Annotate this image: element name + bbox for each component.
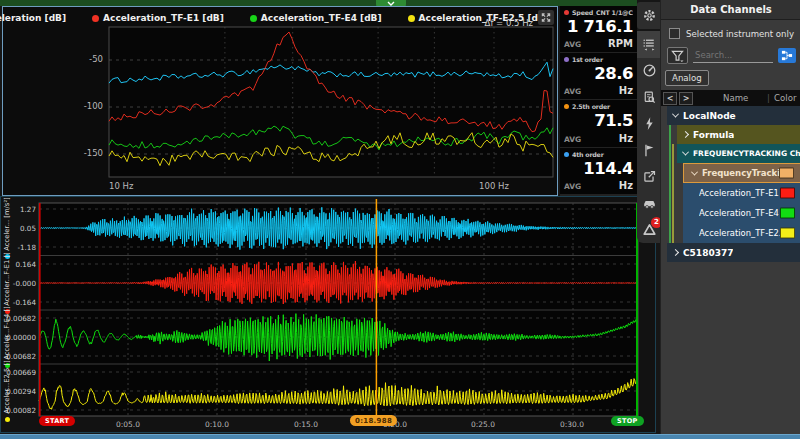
- chevron-down-icon[interactable]: [672, 111, 679, 118]
- channel-color-swatch[interactable]: [780, 188, 795, 199]
- flag-button[interactable]: [637, 137, 662, 164]
- y-tick: -100: [84, 101, 103, 111]
- toolbar-group: 2: [637, 31, 662, 243]
- filter-button[interactable]: [667, 47, 688, 64]
- tree-label: Acceleration_TF-E1: [699, 188, 779, 198]
- tile-speed[interactable]: Speed_CNT 1/1@C5180577 1 716.1 AVGRPM: [560, 6, 637, 52]
- nav-left-button[interactable]: <: [663, 92, 677, 105]
- tree-channel-tf-e2-5[interactable]: Acceleration_TF-E2.5: [683, 223, 800, 243]
- tree-label: Formula: [693, 130, 734, 140]
- legend-item[interactable]: Acceleration_TF-E4 [dB]: [250, 10, 382, 26]
- report-button[interactable]: [637, 84, 662, 111]
- flag-icon: [641, 142, 658, 159]
- gauge-button[interactable]: [637, 58, 662, 85]
- recorder-plot: 1.27 0.05 -1.18 0.164 -0.000 -0.164 0.00…: [1, 197, 655, 432]
- tile-order-1[interactable]: 1st order 28.6 AVGHz: [560, 53, 637, 99]
- gear-icon: [641, 7, 658, 24]
- lightning-icon: [641, 115, 658, 132]
- chevron-down-icon[interactable]: [682, 149, 689, 156]
- cursor-time-badge[interactable]: 0:18.988: [350, 415, 397, 426]
- expand-icon[interactable]: [538, 10, 554, 25]
- chevron-down-icon[interactable]: [691, 168, 698, 175]
- selected-instrument-checkbox[interactable]: [669, 28, 680, 39]
- tree-node-c5180377[interactable]: C5180377: [667, 243, 800, 262]
- report-search-icon: [641, 89, 658, 106]
- side-toolbar: 2: [637, 0, 662, 244]
- stop-badge: STOP: [611, 416, 644, 426]
- legend-label: Acceleration [dB]: [0, 13, 66, 23]
- channel-axis-label[interactable]: Acceler...E2.5 []: [2, 365, 12, 417]
- svg-text:1.27: 1.27: [20, 205, 36, 214]
- tile-order-4[interactable]: 4th order 114.4 AVGHz: [560, 148, 637, 194]
- legend-item[interactable]: Acceleration [dB]: [0, 10, 66, 26]
- bottom-window-edge: [0, 434, 800, 439]
- tree-label: Acceleration_TF-E4: [699, 208, 779, 218]
- channel-tree: LocalNode Formula FREQUENCYTRACKING Chan…: [661, 106, 800, 262]
- chevron-right-icon[interactable]: [682, 131, 689, 138]
- indent-guide: [672, 144, 674, 243]
- channel-name: Acceler...F-E4 []: [3, 306, 11, 359]
- tree-channel-tf-e1[interactable]: Acceleration_TF-E1: [683, 183, 800, 203]
- start-badge: START: [39, 416, 75, 426]
- tile-unit: Hz: [619, 180, 633, 191]
- tile-order-2-5[interactable]: 2.5th order 71.5 AVGHz: [560, 100, 637, 146]
- analog-filter-chip[interactable]: Analog: [665, 70, 709, 86]
- legend-color-dot: [250, 15, 257, 22]
- tile-value: 114.4: [583, 159, 633, 178]
- data-channels-panel: Data Channels Selected instrument only A…: [660, 0, 800, 434]
- tile-label: 1st order: [572, 56, 603, 63]
- tree-channel-tf-e4[interactable]: Acceleration_TF-E4: [683, 203, 800, 223]
- spectrum-panel[interactable]: Acceleration [dB] Acceleration_TF-E1 [dB…: [2, 6, 558, 196]
- column-header-color[interactable]: Color: [774, 93, 796, 103]
- nav-right-button[interactable]: >: [679, 92, 693, 105]
- search-input[interactable]: [693, 48, 773, 63]
- tree-label: Acceleration_TF-E2.5: [699, 228, 787, 238]
- channel-axis-label[interactable]: Acceler...F-E4 []: [2, 311, 12, 363]
- svg-text:0:30.0: 0:30.0: [560, 420, 584, 429]
- tree-node-localnode[interactable]: LocalNode: [667, 106, 800, 125]
- chevron-right-icon[interactable]: [672, 249, 679, 256]
- recorder-panel[interactable]: 1.27 0.05 -1.18 0.164 -0.000 -0.164 0.00…: [0, 196, 656, 433]
- legend-label: Acceleration_TF-E1 [dB]: [103, 13, 224, 23]
- channel-tree-button[interactable]: [778, 48, 796, 63]
- tree-label: LocalNode: [683, 111, 736, 121]
- settings-button[interactable]: [637, 2, 662, 29]
- tree-label: FREQUENCYTRACKING Channels: [693, 149, 800, 158]
- x-tick: 10 Hz: [109, 181, 134, 191]
- channel-list-button[interactable]: [637, 31, 662, 58]
- legend-item[interactable]: Acceleration_TF-E1 [dB]: [92, 10, 224, 26]
- app-window: Acceleration [dB] Acceleration_TF-E1 [dB…: [0, 0, 800, 439]
- tile-value: 71.5: [594, 111, 633, 130]
- channel-color-swatch[interactable]: [780, 228, 795, 239]
- channel-list-icon: [641, 36, 658, 53]
- channel-axis-label[interactable]: Acceler... [m/s²]: [2, 202, 12, 254]
- tile-stat: AVG: [564, 40, 581, 49]
- tree-node-frequencytracking[interactable]: FrequencyTracking: [683, 163, 800, 183]
- car-icon: [641, 195, 658, 212]
- column-header-name[interactable]: Name: [723, 93, 748, 103]
- channel-color-dot: [564, 152, 569, 157]
- svg-text:0:05.0: 0:05.0: [116, 420, 140, 429]
- export-button[interactable]: [637, 164, 662, 191]
- tile-label: 4th order: [572, 151, 604, 158]
- spectrum-legend: Acceleration [dB] Acceleration_TF-E1 [dB…: [3, 10, 473, 26]
- tile-label: Speed_CNT 1/1@C5180577: [572, 9, 633, 16]
- expand-arrows-glyph: [540, 12, 552, 23]
- gauge-icon: [641, 62, 658, 79]
- channel-color-swatch[interactable]: [779, 168, 794, 179]
- channel-name: Acceler... [m/s²]: [3, 197, 11, 251]
- tree-header-row: < > Name | Color: [661, 90, 800, 106]
- y-tick: -50: [89, 54, 103, 64]
- vehicle-button[interactable]: [637, 190, 662, 217]
- channel-axis-label[interactable]: Acceler...F-E1 []: [2, 257, 12, 309]
- tile-value: 1 716.1: [567, 17, 633, 36]
- tree-node-frequencytracking-group[interactable]: FREQUENCYTRACKING Channels: [677, 144, 800, 163]
- checkbox-label: Selected instrument only: [686, 29, 794, 39]
- channel-color-swatch[interactable]: [780, 208, 795, 219]
- svg-text:-0.000: -0.000: [13, 279, 37, 288]
- tree-node-formula[interactable]: Formula: [677, 125, 800, 144]
- warnings-button[interactable]: 2: [637, 217, 662, 244]
- svg-text:0:25.0: 0:25.0: [471, 420, 495, 429]
- channel-name: Acceler...F-E1 []: [3, 252, 11, 305]
- trigger-button[interactable]: [637, 111, 662, 138]
